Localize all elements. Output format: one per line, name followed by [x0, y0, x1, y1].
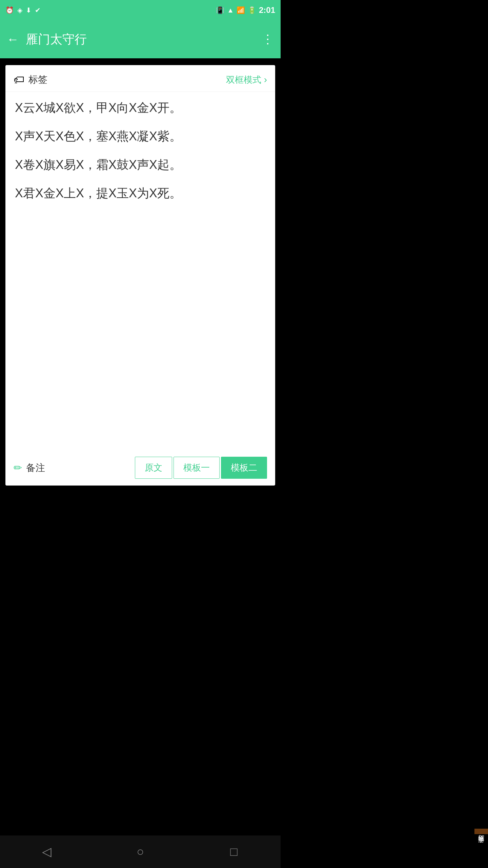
chevron-right-icon: › — [264, 74, 267, 85]
tag-icon: 🏷 — [14, 74, 24, 86]
vibrate-icon: 📳 — [216, 6, 224, 14]
toolbar: ← 雁门太守行 ⋮ — [0, 20, 281, 58]
note-icon: ✏ — [14, 462, 22, 474]
wifi-icon: ▲ — [227, 6, 234, 14]
note-label: 备注 — [26, 461, 45, 474]
tab-template-2[interactable]: 模板二 — [221, 457, 267, 479]
battery-icon: 🔋 — [248, 6, 256, 14]
dual-frame-label: 双框模式 — [226, 74, 261, 86]
poem-line-4: X君X金X上X，提X玉X为X死。 — [15, 184, 266, 202]
download-icon: ⬇ — [26, 6, 32, 14]
status-right-icons: 📳 ▲ 📶 🔋 2:01 — [216, 5, 275, 15]
status-bar: ⏰ ◈ ⬇ ✔ 📳 ▲ 📶 🔋 2:01 — [0, 0, 281, 20]
alarm-icon: ⏰ — [5, 6, 14, 14]
tab-buttons: 原文 模板一 模板二 — [135, 457, 267, 479]
more-icon: ⋮ — [262, 32, 274, 46]
tab-original[interactable]: 原文 — [135, 457, 172, 479]
back-button[interactable]: ← — [7, 32, 19, 46]
page-title: 雁门太守行 — [26, 31, 262, 48]
more-button[interactable]: ⋮ — [262, 32, 274, 46]
card-header: 🏷 标签 双框模式 › — [5, 65, 275, 92]
poem-line-3: X卷X旗X易X，霜X鼓X声X起。 — [15, 156, 266, 174]
back-icon: ← — [7, 32, 19, 46]
notification-icon: ◈ — [17, 6, 22, 14]
check-icon: ✔ — [35, 6, 41, 14]
note-section: ✏ 备注 — [14, 461, 45, 474]
tag-section: 🏷 标签 — [14, 73, 47, 86]
tab-template-1[interactable]: 模板一 — [174, 457, 220, 479]
poem-content: X云X城X欲X，甲X向X金X开。 X声X天X色X，塞X燕X凝X紫。 X卷X旗X易… — [5, 92, 275, 450]
status-left-icons: ⏰ ◈ ⬇ ✔ — [5, 6, 41, 14]
main-card: 🏷 标签 双框模式 › X云X城X欲X，甲X向X金X开。 X声X天X色X，塞X燕… — [5, 65, 275, 486]
tag-label: 标签 — [28, 73, 47, 86]
poem-line-1: X云X城X欲X，甲X向X金X开。 — [15, 99, 266, 117]
dual-frame-button[interactable]: 双框模式 › — [226, 74, 267, 86]
card-footer: ✏ 备注 原文 模板一 模板二 — [5, 450, 275, 486]
poem-line-2: X声X天X色X，塞X燕X凝X紫。 — [15, 127, 266, 145]
status-time: 2:01 — [259, 5, 275, 15]
signal-icon: 📶 — [237, 6, 245, 14]
